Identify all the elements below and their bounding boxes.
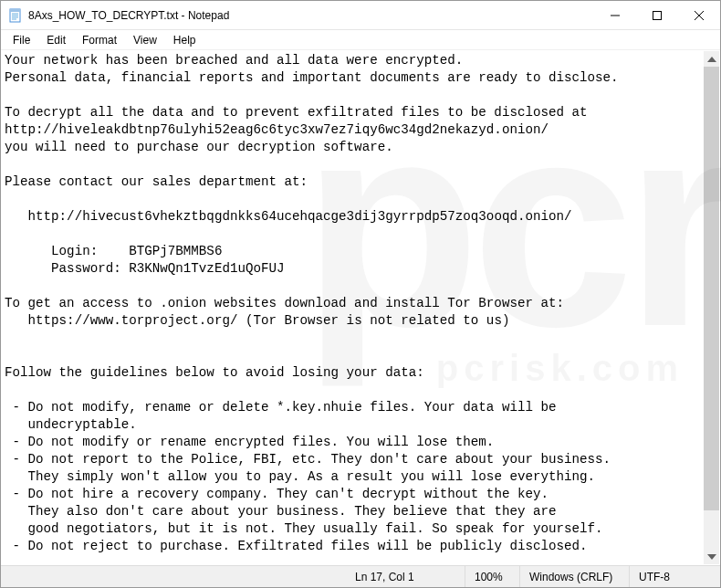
window-title: 8Axs_HOW_TO_DECRYPT.txt - Notepad <box>28 9 594 22</box>
menubar: File Edit Format View Help <box>1 30 720 50</box>
menu-format[interactable]: Format <box>74 32 125 48</box>
text-editor-area[interactable]: Your network has been breached and all d… <box>1 50 720 565</box>
svg-rect-7 <box>653 11 662 19</box>
svg-marker-11 <box>707 554 716 560</box>
close-button[interactable] <box>678 1 720 29</box>
maximize-button[interactable] <box>636 1 678 29</box>
titlebar: 8Axs_HOW_TO_DECRYPT.txt - Notepad <box>1 1 720 30</box>
status-line-ending: Windows (CRLF) <box>519 566 629 587</box>
window-controls <box>594 1 720 29</box>
status-encoding: UTF-8 <box>629 566 720 587</box>
svg-rect-1 <box>10 9 20 12</box>
statusbar: Ln 17, Col 1 100% Windows (CRLF) UTF-8 <box>1 565 720 587</box>
scroll-down-arrow-icon[interactable] <box>704 549 719 564</box>
menu-view[interactable]: View <box>125 32 165 48</box>
scroll-up-arrow-icon[interactable] <box>704 51 719 67</box>
status-position: Ln 17, Col 1 <box>346 566 465 587</box>
notepad-icon <box>8 8 23 23</box>
vertical-scrollbar[interactable] <box>704 51 719 564</box>
status-zoom: 100% <box>465 566 519 587</box>
scroll-thumb[interactable] <box>704 67 719 510</box>
svg-marker-10 <box>707 57 716 62</box>
menu-file[interactable]: File <box>5 32 38 48</box>
minimize-button[interactable] <box>594 1 636 29</box>
notepad-window: 8Axs_HOW_TO_DECRYPT.txt - Notepad File E… <box>0 0 721 588</box>
menu-edit[interactable]: Edit <box>38 32 74 48</box>
document-text: Your network has been breached and all d… <box>5 53 619 553</box>
menu-help[interactable]: Help <box>165 32 204 48</box>
scroll-track[interactable] <box>704 67 719 549</box>
